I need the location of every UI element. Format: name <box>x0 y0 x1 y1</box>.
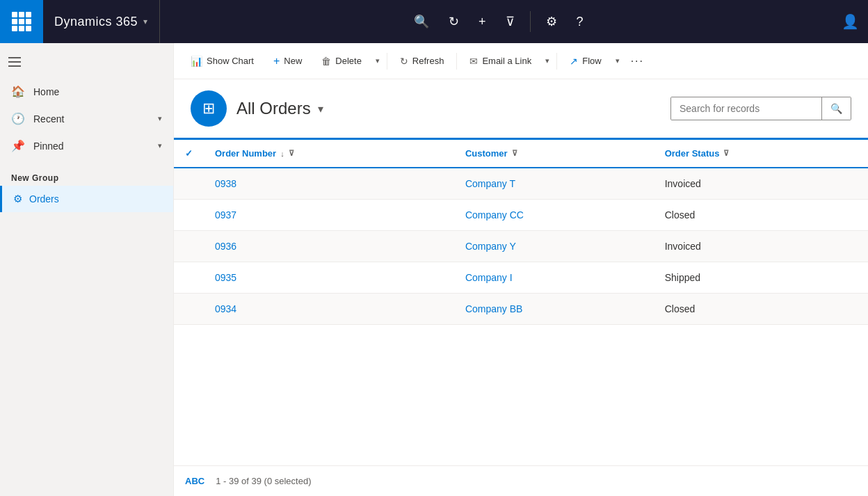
table-row: 0936 Company Y Invoiced <box>174 231 868 262</box>
table-row: 0938 Company T Invoiced <box>174 168 868 200</box>
refresh-nav-button[interactable]: ↻ <box>442 8 466 35</box>
row-status: Closed <box>654 200 868 231</box>
order-status-filter-icon[interactable]: ⊽ <box>723 149 729 158</box>
order-status-label: Order Status <box>665 148 720 159</box>
search-button[interactable]: 🔍 <box>407 8 436 35</box>
table-row: 0934 Company BB Closed <box>174 294 868 325</box>
delete-dropdown-button[interactable]: ▾ <box>373 52 383 70</box>
search-box: 🔍 <box>670 97 851 120</box>
apps-grid-icon <box>12 12 31 31</box>
delete-button[interactable]: 🗑 Delete <box>313 51 370 71</box>
row-order-number[interactable]: 0937 <box>204 200 454 231</box>
sidebar-item-home[interactable]: 🏠 Home <box>0 78 173 105</box>
filter-button[interactable]: ⊽ <box>499 8 522 35</box>
page-icon: ⊞ <box>191 90 227 127</box>
customer-filter-icon[interactable]: ⊽ <box>512 149 517 158</box>
search-submit-button[interactable]: 🔍 <box>821 97 851 120</box>
pinned-icon: 📌 <box>11 139 25 152</box>
sidebar-recent-label: Recent <box>33 113 64 125</box>
row-checkbox[interactable] <box>174 231 204 262</box>
refresh-label: Refresh <box>412 56 444 66</box>
delete-label: Delete <box>335 56 362 66</box>
pinned-chevron: ▾ <box>158 141 162 150</box>
table-header: ✓ Order Number ↓ ⊽ <box>174 140 868 168</box>
table-body: 0938 Company T Invoiced 0937 Company CC … <box>174 168 868 325</box>
help-button[interactable]: ? <box>570 9 590 35</box>
search-input[interactable] <box>671 97 821 120</box>
row-status: Invoiced <box>654 168 868 200</box>
footer-abc[interactable]: ABC <box>185 476 204 486</box>
checkbox-header[interactable]: ✓ <box>174 140 204 168</box>
content-area: 📊 Show Chart + New 🗑 Delete ▾ ↻ Refresh … <box>174 43 868 496</box>
grid-footer: ABC 1 - 39 of 39 (0 selected) <box>174 465 868 496</box>
table-row: 0935 Company I Shipped <box>174 262 868 294</box>
order-status-header[interactable]: Order Status ⊽ <box>654 140 868 168</box>
customer-label: Customer <box>465 148 508 159</box>
recent-chevron: ▾ <box>158 114 162 123</box>
email-dropdown-button[interactable]: ▾ <box>542 52 552 70</box>
row-status: Invoiced <box>654 231 868 262</box>
brand-name: Dynamics 365 <box>54 15 138 29</box>
row-checkbox[interactable] <box>174 168 204 200</box>
page-title-chevron[interactable]: ▾ <box>318 102 323 115</box>
flow-dropdown-button[interactable]: ▾ <box>613 52 622 70</box>
settings-button[interactable]: ⚙ <box>539 8 564 35</box>
top-nav-center: 🔍 ↻ + ⊽ ⚙ ? <box>160 8 837 35</box>
recent-icon: 🕐 <box>11 112 25 125</box>
row-customer[interactable]: Company Y <box>454 231 654 262</box>
sidebar-item-recent[interactable]: 🕐 Recent ▾ <box>0 105 173 132</box>
toolbar-divider-2 <box>456 53 457 70</box>
orders-icon: ⚙ <box>13 193 22 205</box>
show-chart-button[interactable]: 📊 Show Chart <box>182 51 262 71</box>
chart-icon: 📊 <box>191 56 202 67</box>
order-number-label: Order Number <box>215 148 276 159</box>
flow-button[interactable]: ↗ Flow <box>561 51 609 71</box>
row-order-number[interactable]: 0934 <box>204 294 454 325</box>
hamburger-button[interactable] <box>8 54 26 70</box>
customer-header[interactable]: Customer ⊽ <box>454 140 654 168</box>
email-link-button[interactable]: ✉ Email a Link <box>461 51 540 71</box>
row-customer[interactable]: Company I <box>454 262 654 294</box>
row-customer[interactable]: Company CC <box>454 200 654 231</box>
row-order-number[interactable]: 0938 <box>204 168 454 200</box>
add-button[interactable]: + <box>472 9 493 35</box>
footer-count: 1 - 39 of 39 (0 selected) <box>216 476 311 486</box>
table-row: 0937 Company CC Closed <box>174 200 868 231</box>
new-button[interactable]: + New <box>265 51 310 72</box>
sidebar-item-orders[interactable]: ⚙ Orders <box>0 186 173 212</box>
brand-section: Dynamics 365 ▾ <box>43 0 160 43</box>
row-checkbox[interactable] <box>174 262 204 294</box>
home-icon: 🏠 <box>11 85 25 98</box>
row-customer[interactable]: Company T <box>454 168 654 200</box>
page-title-text: All Orders <box>236 99 311 118</box>
data-grid-container: ✓ Order Number ↓ ⊽ <box>174 140 868 496</box>
flow-label: Flow <box>582 56 601 66</box>
sidebar-header <box>0 43 173 75</box>
email-icon: ✉ <box>469 56 478 67</box>
order-number-sort-icon[interactable]: ↓ <box>280 150 284 158</box>
row-checkbox[interactable] <box>174 294 204 325</box>
row-order-number[interactable]: 0936 <box>204 231 454 262</box>
data-grid[interactable]: ✓ Order Number ↓ ⊽ <box>174 140 868 465</box>
order-number-header[interactable]: Order Number ↓ ⊽ <box>204 140 454 168</box>
refresh-button[interactable]: ↻ Refresh <box>392 51 453 71</box>
sidebar-pinned-label: Pinned <box>33 141 64 152</box>
row-status: Closed <box>654 294 868 325</box>
flow-icon: ↗ <box>570 56 578 67</box>
more-button[interactable]: ··· <box>625 51 650 72</box>
row-order-number[interactable]: 0935 <box>204 262 454 294</box>
sidebar-nav: 🏠 Home 🕐 Recent ▾ 📌 Pinned ▾ <box>0 75 173 162</box>
orders-table: ✓ Order Number ↓ ⊽ <box>174 140 868 325</box>
new-icon: + <box>273 55 280 67</box>
sidebar-item-pinned[interactable]: 📌 Pinned ▾ <box>0 132 173 159</box>
brand-chevron[interactable]: ▾ <box>143 17 148 26</box>
toolbar-divider-3 <box>556 53 557 70</box>
refresh-icon: ↻ <box>400 56 408 67</box>
delete-icon: 🗑 <box>321 56 331 67</box>
apps-button[interactable] <box>0 0 43 43</box>
order-number-filter-icon[interactable]: ⊽ <box>289 149 294 158</box>
row-checkbox[interactable] <box>174 200 204 231</box>
row-customer[interactable]: Company BB <box>454 294 654 325</box>
top-navigation: Dynamics 365 ▾ 🔍 ↻ + ⊽ ⚙ ? 👤 <box>0 0 868 43</box>
user-avatar-button[interactable]: 👤 <box>837 9 862 34</box>
